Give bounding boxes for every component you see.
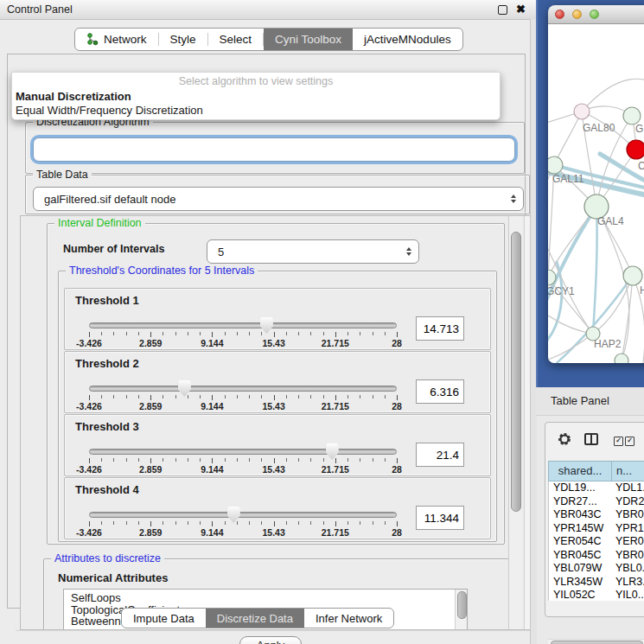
close-icon[interactable]: ✖ [516,2,526,17]
number-of-intervals-combobox[interactable]: 5 [207,239,419,264]
table-row[interactable]: YDR27...YDR2... [549,495,644,509]
dropdown-option-manual-discretization[interactable]: Manual Discretization [15,90,497,103]
network-node[interactable] [623,266,642,285]
network-window-titlebar[interactable] [548,5,644,24]
threshold-slider-track[interactable] [89,512,397,518]
threshold-3-group: Threshold 3 -3.4262.8599.14415.4321.7152… [64,414,491,476]
thresholds-box-title: Threshold's Coordinates for 5 Intervals [66,265,258,277]
table-cell[interactable]: YLR345W [549,576,612,590]
slider-tick [188,458,188,462]
mac-zoom-button[interactable] [590,10,599,19]
threshold-value-field[interactable] [416,443,464,467]
table-row[interactable]: YER054CYER0... [549,535,644,549]
table-row[interactable]: YBR045CYBR0... [549,549,644,563]
network-canvas[interactable]: GAL80GCGAL11GAL4GCY1HHAP2 [548,24,644,363]
slider-tick-label: 2.859 [139,527,162,538]
slider-tick [113,332,114,335]
table-cell[interactable]: YER0... [612,535,644,549]
table-cell[interactable]: YLR3... [612,576,644,590]
thresholds-box: Threshold's Coordinates for 5 Intervals … [58,271,497,542]
table-data-combobox[interactable]: galFiltered.sif default node [33,187,524,211]
table-cell[interactable]: YDR27... [549,495,612,509]
slider-tick [373,521,373,525]
table-data-title: Table Data [33,169,92,181]
threshold-slider-track[interactable] [89,449,397,455]
tab-infer-network[interactable]: Infer Network [304,609,393,628]
tab-network[interactable]: Network [75,29,158,50]
threshold-slider-thumb[interactable] [178,380,191,397]
table-cell[interactable]: YER054C [549,535,612,549]
gear-icon[interactable] [557,431,572,447]
network-icon [86,33,99,46]
number-of-intervals-value: 5 [218,245,224,258]
table-row[interactable]: YDL19...YDL1... [549,481,644,495]
table-row[interactable]: YIL052CYIL0... [549,589,644,601]
slider-tick [163,332,163,335]
table-cell[interactable]: YBR045C [549,549,612,563]
tab-cyni-toolbox[interactable]: Cyni Toolbox [264,29,353,50]
table-row[interactable]: YBR043CYBR0... [549,508,644,522]
checkbox-icon[interactable]: ✓ [614,437,623,446]
threshold-value-field[interactable] [416,379,464,404]
tab-style[interactable]: Style [159,29,207,50]
scrollbar-thumb[interactable] [511,232,521,512]
network-node[interactable] [627,140,644,159]
network-node[interactable] [574,104,590,119]
table-cell[interactable]: YIL0... [612,589,644,601]
attributes-list-scrollbar[interactable] [455,590,467,630]
mac-close-button[interactable] [555,10,564,19]
network-node[interactable] [623,107,641,124]
table-cell[interactable]: YDR2... [612,495,644,509]
columns-icon[interactable] [584,433,598,445]
attribute-item[interactable]: SelfLoops [64,590,467,604]
algorithm-combobox[interactable] [33,137,515,162]
table-row[interactable]: YLR345WYLR3... [549,576,644,590]
threshold-value-field[interactable] [416,506,464,530]
table-cell[interactable]: YBR0... [612,549,644,563]
slider-tick [385,458,386,462]
scrollbar-thumb[interactable] [457,591,467,619]
slider-tick [335,395,336,400]
tab-impute-data[interactable]: Impute Data [122,609,206,628]
threshold-slider-track[interactable] [89,322,397,328]
column-header-shared-name[interactable]: shared... [549,462,612,481]
table-cell[interactable]: YDL19... [549,481,612,495]
table-cell[interactable]: YBR043C [549,508,612,522]
slider-tick [249,521,250,525]
slider-tick-label: 28 [392,338,402,348]
settings-vertical-scrollbar[interactable] [508,216,522,629]
table-row[interactable]: YBL079WYBL0... [549,562,644,576]
threshold-value-field[interactable] [416,316,464,341]
slider-tick [373,332,373,335]
table-cell[interactable]: YBR0... [612,508,644,522]
tab-select[interactable]: Select [208,29,264,50]
apply-button[interactable]: Apply [239,636,302,644]
float-window-icon[interactable] [498,5,507,15]
tab-jactivemnodules[interactable]: jActiveMNodules [353,29,462,50]
checkbox-icon[interactable]: ✓ [625,437,634,446]
threshold-slider-track[interactable] [89,386,397,392]
slider-tick [175,458,176,462]
slider-tick [385,332,386,335]
dropdown-option-equal-width-frequency[interactable]: Equal Width/Frequency Discretization [15,104,497,117]
table-horizontal-scrollbar[interactable] [548,639,644,644]
threshold-slider-thumb[interactable] [326,443,339,460]
slider-tick [101,458,102,462]
slider-tick [310,332,311,335]
table-cell[interactable]: YPR145W [549,522,612,536]
column-header-name[interactable]: n... [612,462,644,481]
network-node[interactable] [615,354,628,363]
tab-discretize-data[interactable]: Discretize Data [206,609,304,628]
table-cell[interactable]: YIL052C [549,589,612,601]
mac-minimize-button[interactable] [572,10,582,19]
table-cell[interactable]: YBL0... [612,562,644,576]
scrollbar-thumb[interactable] [551,641,643,644]
table-cell[interactable]: YDL1... [612,481,644,495]
table-row[interactable]: YPR145WYPR1... [549,522,644,536]
table-panel-title: Table Panel [551,394,609,407]
network-node[interactable] [548,156,563,174]
slider-tick-label: 9.144 [201,338,223,348]
table-cell[interactable]: YBL079W [549,562,612,576]
threshold-slider-thumb[interactable] [227,507,240,523]
table-cell[interactable]: YPR1... [612,522,644,536]
